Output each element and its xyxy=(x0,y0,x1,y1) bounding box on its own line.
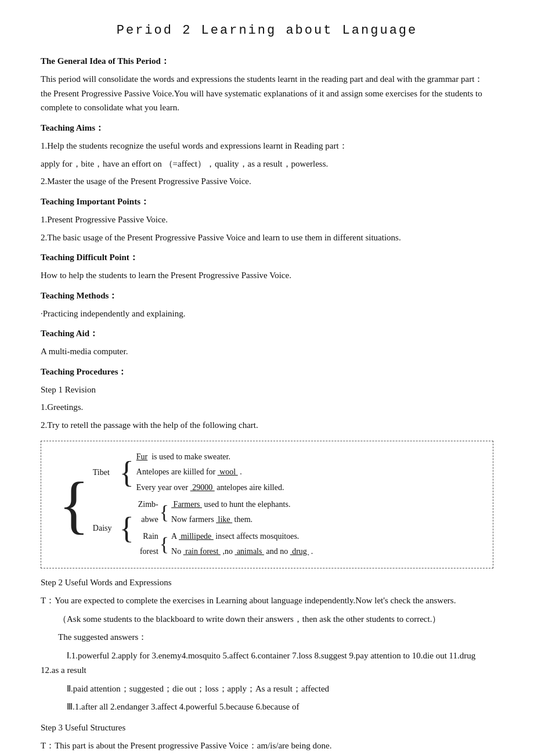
rain-line-1: A millipede insect affects mosquitoes. xyxy=(171,529,313,545)
step3-title: Step 3 Useful Structures xyxy=(41,721,493,735)
step2-II: Ⅱ.paid attention；suggested；die out；loss；… xyxy=(41,682,493,697)
teaching-aims-2: apply for，bite，have an effort on （=affec… xyxy=(41,157,493,171)
step2-I: Ⅰ.1.powerful 2.apply for 3.enemy4.mosqui… xyxy=(41,649,493,678)
difficult-point-heading: Teaching Difficult Point： xyxy=(41,250,493,265)
important-points-2: 2.The basic usage of the Present Progres… xyxy=(41,231,493,245)
step1-title: Step 1 Revision xyxy=(41,383,493,397)
teaching-aims-3: 2.Master the usage of the Present Progre… xyxy=(41,174,493,189)
step2-III: Ⅲ.1.after all 2.endanger 3.affect 4.powe… xyxy=(41,700,493,715)
chart-box: { Tibet { Fur is used to make sweater. A… xyxy=(41,441,493,568)
tibet-line-3: Every year over 29000 antelopes aire kil… xyxy=(136,480,284,496)
step1-2: 2.Try to retell the passage with the hel… xyxy=(41,418,493,433)
methods-body: ·Practicing independently and explaining… xyxy=(41,307,493,321)
methods-section: Teaching Methods： ·Practicing independen… xyxy=(41,289,493,321)
difficult-point-section: Teaching Difficult Point： How to help th… xyxy=(41,250,493,283)
step3-section: Step 3 Useful Structures T：This part is … xyxy=(41,721,493,753)
teaching-aims-heading: Teaching Aims： xyxy=(41,121,493,135)
zimb-lines: Farmers used to hunt the elephants. Now … xyxy=(171,497,290,528)
rain-label: Rain forest xyxy=(136,529,158,560)
general-idea-body: This period will consolidate the words a… xyxy=(41,72,493,115)
procedures-heading: Teaching Procedures： xyxy=(41,365,493,379)
aid-section: Teaching Aid： A multi-media computer. xyxy=(41,326,493,359)
tibet-label: Tibet xyxy=(93,449,118,496)
zimb-line-2: Now farmers like them. xyxy=(171,512,290,528)
methods-heading: Teaching Methods： xyxy=(41,289,493,303)
important-points-1: 1.Present Progressive Passive Voice. xyxy=(41,213,493,227)
teaching-aims-1: 1.Help the students recognize the useful… xyxy=(41,139,493,153)
zimb-line-1: Farmers used to hunt the elephants. xyxy=(171,497,290,513)
important-points-section: Teaching Important Points： 1.Present Pro… xyxy=(41,195,493,244)
procedures-section: Teaching Procedures： Step 1 Revision 1.G… xyxy=(41,365,493,433)
tibet-lines: Fur is used to make sweater. Antelopes a… xyxy=(136,449,284,496)
step2-title: Step 2 Useful Words and Expressions xyxy=(41,575,493,591)
teaching-aims-section: Teaching Aims： 1.Help the students recog… xyxy=(41,121,493,189)
daisy-label: Daisy xyxy=(93,497,118,560)
step2-section: Step 2 Useful Words and Expressions T：Yo… xyxy=(41,575,493,715)
rain-lines: A millipede insect affects mosquitoes. N… xyxy=(171,529,313,560)
aid-heading: Teaching Aid： xyxy=(41,326,493,341)
aid-body: A multi-media computer. xyxy=(41,344,493,359)
rain-line-2: No rain forest ,no animals and no drug . xyxy=(171,544,313,560)
general-idea-section: The General Idea of This Period： This pe… xyxy=(41,54,493,115)
step2-suggested: The suggested answers： xyxy=(41,630,493,645)
step3-t: T：This part is about the Present progres… xyxy=(41,739,493,753)
step2-t: T：You are expected to complete the exerc… xyxy=(41,593,493,609)
tibet-line-2: Antelopes are kiilled for wool . xyxy=(136,465,284,480)
step2-ask: （Ask some students to the blackboard to … xyxy=(41,612,493,627)
zimb-label: Zimb- abwe xyxy=(136,497,158,528)
general-idea-heading: The General Idea of This Period： xyxy=(41,54,493,69)
important-points-heading: Teaching Important Points： xyxy=(41,195,493,209)
tibet-line-1: Fur is used to make sweater. xyxy=(136,449,284,465)
difficult-point-body: How to help the students to learn the Pr… xyxy=(41,268,493,283)
step1-1: 1.Greetings. xyxy=(41,400,493,415)
page-title: Period 2 Learning about Language xyxy=(41,23,493,38)
